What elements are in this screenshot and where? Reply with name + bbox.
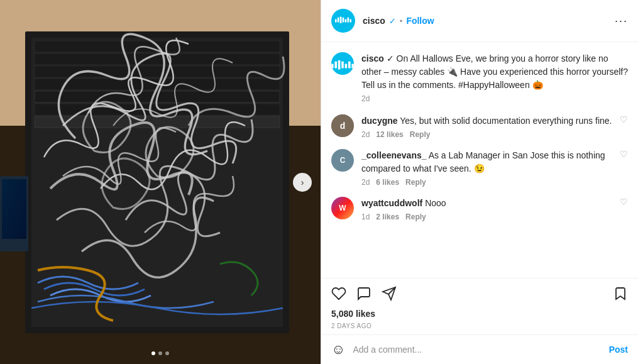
- comment-likes-3: 2 likes: [376, 212, 399, 221]
- svg-rect-18: [343, 18, 344, 23]
- comment-username-2[interactable]: _colleenevans_: [361, 150, 427, 160]
- reply-button-1[interactable]: Reply: [410, 130, 431, 139]
- comment-avatar-1[interactable]: d: [331, 114, 354, 137]
- caption-verified: ✓: [387, 53, 394, 63]
- likes-count: 5,080 likes: [321, 306, 638, 321]
- image-dots-indicator: [151, 351, 169, 355]
- comment-meta-2: 2d 6 likes Reply: [361, 178, 612, 187]
- comment-avatar-3[interactable]: W: [331, 197, 354, 219]
- comment-content-3: wyattcuddwolf Nooo 1d 2 likes Reply: [361, 197, 612, 221]
- action-bar: [321, 278, 638, 306]
- comment-input[interactable]: [353, 345, 608, 355]
- comment-text-3: wyattcuddwolf Nooo: [361, 198, 446, 208]
- caption-text: cisco ✓ On All Hallows Eve, we bring you…: [361, 53, 628, 90]
- svg-rect-17: [340, 17, 342, 23]
- post-image: [0, 0, 321, 364]
- more-options-button[interactable]: ···: [615, 14, 628, 28]
- comment-content-1: ducygne Yes, but with solid documentatio…: [361, 114, 612, 139]
- next-image-button[interactable]: ›: [293, 173, 312, 192]
- comment-username-3[interactable]: wyattcuddwolf: [361, 198, 422, 208]
- dot-1: [151, 351, 155, 355]
- reply-button-2[interactable]: Reply: [405, 178, 426, 187]
- header-info: cisco ✓ • Follow: [363, 16, 615, 26]
- post-comment-button[interactable]: Post: [609, 345, 628, 355]
- comment-content-2: _colleenevans_ As a Lab Manager in San J…: [361, 149, 612, 187]
- content-side: cisco ✓ • Follow ···: [321, 0, 638, 364]
- verified-badge: ✓: [389, 16, 396, 26]
- like-comment-button-2[interactable]: ♡: [620, 149, 628, 159]
- bookmark-button[interactable]: [613, 284, 628, 304]
- comment-time-3: 1d: [361, 212, 370, 221]
- dot-3: [165, 351, 169, 355]
- svg-rect-21: [349, 19, 351, 22]
- dot-2: [158, 351, 162, 355]
- caption-username[interactable]: cisco: [361, 53, 384, 63]
- svg-rect-24: [338, 60, 341, 69]
- comment-likes-2: 6 likes: [376, 178, 399, 187]
- header-avatar[interactable]: [331, 9, 355, 33]
- svg-rect-16: [338, 18, 339, 23]
- comment-meta-3: 1d 2 likes Reply: [361, 212, 612, 221]
- comment-button[interactable]: [356, 284, 371, 304]
- dot-separator: •: [400, 16, 403, 26]
- like-button[interactable]: [331, 284, 346, 304]
- post-header: cisco ✓ • Follow ···: [321, 0, 638, 42]
- comment-time-1: 2d: [361, 130, 370, 139]
- image-side: ›: [0, 0, 321, 364]
- comment-meta-1: 2d 12 likes Reply: [361, 130, 612, 139]
- action-icons: [331, 284, 628, 304]
- svg-rect-15: [335, 19, 337, 22]
- svg-rect-28: [351, 63, 354, 68]
- caption-time: 2d: [361, 94, 370, 103]
- post-time: 2 days ago: [321, 321, 638, 334]
- svg-rect-23: [334, 62, 337, 69]
- comment-row: d ducygne Yes, but with solid documentat…: [331, 114, 628, 139]
- svg-rect-26: [345, 63, 348, 68]
- svg-rect-19: [345, 19, 347, 22]
- post-container: › cisco: [0, 0, 638, 364]
- comment-row: C _colleenevans_ As a Lab Manager in San…: [331, 149, 628, 187]
- comment-likes-1: 12 likes: [376, 130, 403, 139]
- main-caption: cisco ✓ On All Hallows Eve, we bring you…: [331, 52, 628, 103]
- comments-area: cisco ✓ On All Hallows Eve, we bring you…: [321, 42, 638, 278]
- share-button[interactable]: [382, 284, 397, 304]
- svg-rect-25: [341, 62, 344, 69]
- svg-rect-20: [348, 18, 349, 23]
- add-comment-area: ☺ Post: [321, 334, 638, 364]
- comment-text-1: ducygne Yes, but with solid documentatio…: [361, 116, 612, 126]
- caption-content: cisco ✓ On All Hallows Eve, we bring you…: [361, 52, 628, 103]
- comment-username-1[interactable]: ducygne: [361, 116, 398, 126]
- caption-body: On All Hallows Eve, we bring you a horro…: [361, 53, 628, 90]
- svg-rect-14: [2, 179, 26, 239]
- comment-avatar-2[interactable]: C: [331, 149, 354, 172]
- like-comment-button-3[interactable]: ♡: [620, 197, 628, 207]
- follow-button[interactable]: Follow: [406, 16, 434, 26]
- header-username[interactable]: cisco: [363, 16, 385, 26]
- svg-rect-22: [331, 63, 334, 68]
- caption-avatar[interactable]: [331, 52, 354, 75]
- reply-button-3[interactable]: Reply: [405, 212, 426, 221]
- like-comment-button-1[interactable]: ♡: [620, 114, 628, 124]
- emoji-button[interactable]: ☺: [331, 341, 345, 358]
- caption-meta: 2d: [361, 94, 628, 103]
- comment-row: W wyattcuddwolf Nooo 1d 2 likes Reply ♡: [331, 197, 628, 221]
- comment-time-2: 2d: [361, 178, 370, 187]
- svg-rect-27: [348, 62, 351, 69]
- comment-text-2: _colleenevans_ As a Lab Manager in San J…: [361, 150, 605, 174]
